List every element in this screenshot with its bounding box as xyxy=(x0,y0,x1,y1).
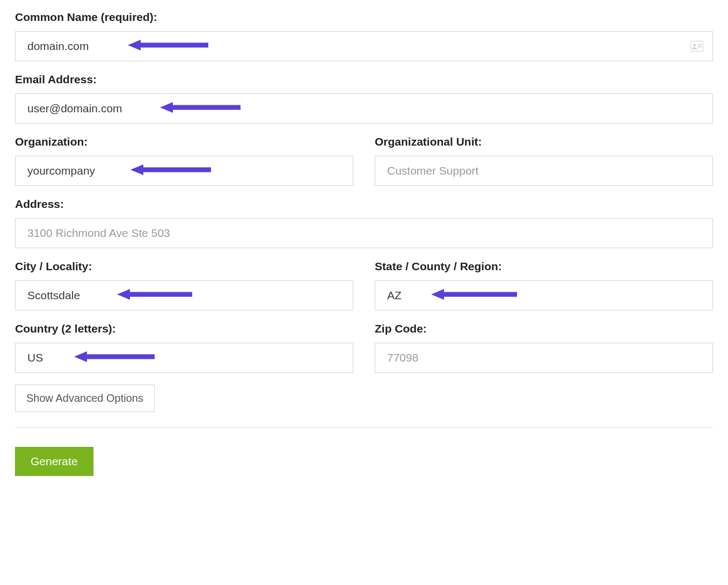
svg-point-1 xyxy=(693,44,696,47)
state-label: State / County / Region: xyxy=(375,260,713,273)
address-label: Address: xyxy=(15,198,713,211)
zip-label: Zip Code: xyxy=(375,322,713,335)
common-name-input[interactable] xyxy=(15,31,713,61)
generate-button[interactable]: Generate xyxy=(15,447,93,476)
org-unit-label: Organizational Unit: xyxy=(375,135,713,148)
email-label: Email Address: xyxy=(15,73,713,86)
email-input[interactable] xyxy=(15,93,713,124)
org-unit-input[interactable] xyxy=(375,156,713,186)
country-input[interactable] xyxy=(15,343,353,373)
state-input[interactable] xyxy=(375,280,713,310)
zip-input[interactable] xyxy=(375,343,713,373)
svg-rect-2 xyxy=(698,44,702,45)
country-label: Country (2 letters): xyxy=(15,322,353,335)
show-advanced-button[interactable]: Show Advanced Options xyxy=(15,385,155,412)
id-card-icon xyxy=(690,41,703,52)
organization-label: Organization: xyxy=(15,135,353,148)
city-label: City / Locality: xyxy=(15,260,353,273)
svg-rect-3 xyxy=(698,46,702,47)
common-name-label: Common Name (required): xyxy=(15,11,713,24)
organization-input[interactable] xyxy=(15,156,353,186)
divider xyxy=(15,427,713,428)
city-input[interactable] xyxy=(15,280,353,310)
address-input[interactable] xyxy=(15,218,713,248)
